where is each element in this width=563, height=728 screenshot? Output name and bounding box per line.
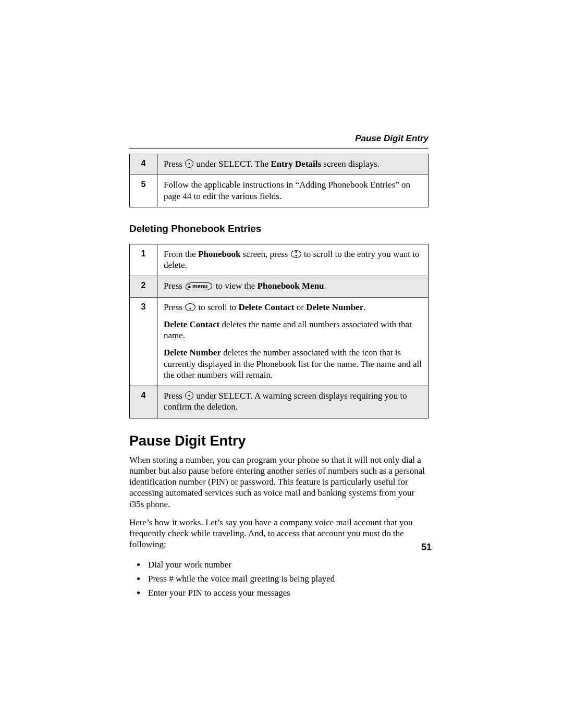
- nav-updown-key-icon: [291, 250, 301, 258]
- table-row: 4 Press under SELECT. A warning screen d…: [130, 386, 429, 418]
- step-number: 2: [130, 276, 157, 297]
- running-header: Pause Digit Entry: [129, 133, 429, 144]
- table-row: 3 Press to scroll to Delete Contact or D…: [130, 297, 429, 386]
- list-item: Enter your PIN to access your messages: [146, 586, 429, 600]
- body-paragraph: Here’s how it works. Let’s say you have …: [129, 517, 429, 550]
- step-number: 1: [130, 244, 157, 276]
- step-text: Press menu to view the Phonebook Menu.: [157, 276, 429, 297]
- step-text: From the Phonebook screen, press to scro…: [157, 244, 429, 276]
- step-text: Press under SELECT. The Entry Details sc…: [157, 154, 429, 175]
- page-number: 51: [421, 542, 432, 553]
- step-text: Press under SELECT. A warning screen dis…: [157, 386, 429, 418]
- table-row: 5 Follow the applicable instructions in …: [130, 175, 429, 207]
- step-text: Follow the applicable instructions in “A…: [157, 175, 429, 207]
- table-row: 4 Press under SELECT. The Entry Details …: [130, 154, 429, 175]
- header-rule: [129, 148, 429, 149]
- deleting-entries-heading: Deleting Phonebook Entries: [129, 223, 429, 235]
- step-text: Press to scroll to Delete Contact or Del…: [157, 297, 429, 386]
- delete-entry-steps-table: 1 From the Phonebook screen, press to sc…: [129, 244, 429, 418]
- document-page: Pause Digit Entry 4 Press under SELECT. …: [0, 0, 563, 728]
- nav-down-key-icon: [185, 303, 195, 311]
- step-number: 5: [130, 175, 157, 207]
- select-key-icon: [185, 159, 193, 168]
- list-item: Dial your work number: [146, 558, 429, 572]
- select-key-icon: [185, 391, 193, 400]
- step-number: 4: [130, 154, 157, 175]
- menu-key-icon: menu: [185, 282, 213, 290]
- edit-entry-steps-table: 4 Press under SELECT. The Entry Details …: [129, 154, 429, 207]
- table-row: 1 From the Phonebook screen, press to sc…: [130, 244, 429, 276]
- body-paragraph: When storing a number, you can program y…: [129, 454, 429, 510]
- pause-digit-entry-heading: Pause Digit Entry: [129, 433, 429, 449]
- step-number: 3: [130, 297, 157, 386]
- bullet-list: Dial your work number Press # while the …: [137, 558, 429, 600]
- list-item: Press # while the voice mail greeting is…: [146, 572, 429, 586]
- step-number: 4: [130, 386, 157, 418]
- table-row: 2 Press menu to view the Phonebook Menu.: [130, 276, 429, 297]
